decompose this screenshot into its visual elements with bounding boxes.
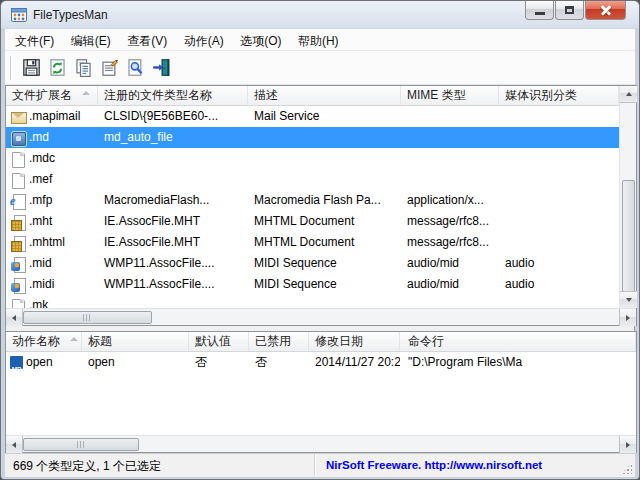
action-name: open — [26, 352, 53, 373]
arrow-right-icon — [626, 315, 630, 321]
arrow-down-icon — [626, 298, 632, 302]
horizontal-scrollbar[interactable] — [6, 308, 636, 325]
col-header-media[interactable]: 媒体识别分类 — [499, 86, 619, 105]
close-button[interactable] — [585, 1, 626, 20]
scroll-left-button[interactable] — [6, 436, 23, 453]
file-type: md_auto_file — [98, 127, 248, 148]
properties-icon — [100, 58, 119, 77]
wmp-page-icon — [10, 256, 26, 272]
resize-grip[interactable] — [621, 463, 632, 474]
menu-help[interactable]: 帮助(H) — [292, 29, 345, 51]
table-row[interactable]: .midi WMP11.AssocFile....MIDI Sequence a… — [6, 274, 619, 295]
action-command: "D:\Program Files\Ma — [400, 352, 636, 373]
nirsoft-link[interactable]: NirSoft Freeware. http://www.nirsoft.net — [326, 459, 542, 471]
vertical-scroll-thumb[interactable] — [622, 180, 635, 292]
table-row[interactable]: .mhtml IE.AssocFile.MHTMHTML Document me… — [6, 232, 619, 253]
col-header-default[interactable]: 默认值 — [189, 332, 249, 351]
scroll-down-button[interactable] — [620, 291, 637, 308]
file-mime — [401, 127, 499, 148]
close-icon — [600, 4, 612, 16]
scroll-right-button[interactable] — [619, 309, 636, 326]
blank-file-icon — [10, 172, 26, 188]
col-header-modified[interactable]: 修改日期 — [309, 332, 400, 351]
copy-button[interactable] — [71, 55, 95, 81]
menu-action[interactable]: 动作(A) — [178, 29, 230, 51]
file-ext: .mhtml — [29, 232, 65, 253]
table-row[interactable]: .mfp MacromediaFlash...Macromedia Flash … — [6, 190, 619, 211]
app-window: FileTypesMan 文件(F) 编辑(E) 查看(V) 动作(A) 选项(… — [0, 0, 640, 480]
file-ext: .md — [29, 127, 49, 148]
file-list-rows: .mapimail CLSID\{9E56BE60-... Mail Servi… — [6, 106, 619, 308]
col-header-typename[interactable]: 注册的文件类型名称 — [98, 86, 248, 105]
save-button[interactable] — [19, 55, 43, 81]
col-header-command[interactable]: 命令行 — [400, 332, 636, 351]
action-list: 动作名称 标题 默认值 已禁用 修改日期 命令行 open open 否 否 2… — [5, 331, 637, 453]
table-row[interactable]: .mht IE.AssocFile.MHTMHTML Document mess… — [6, 211, 619, 232]
maximize-button[interactable] — [555, 1, 584, 20]
exit-button[interactable] — [149, 55, 173, 81]
scroll-left-button[interactable] — [6, 309, 23, 326]
arrow-left-icon — [12, 442, 16, 448]
table-row[interactable]: .mid WMP11.AssocFile....MIDI Sequence au… — [6, 253, 619, 274]
sort-asc-icon — [82, 91, 90, 95]
table-row-selected[interactable]: .md md_auto_file — [6, 127, 619, 148]
horizontal-scroll-thumb[interactable] — [23, 438, 139, 451]
action-title: open — [82, 352, 189, 373]
file-ext: .mef — [29, 169, 52, 190]
horizontal-scrollbar[interactable] — [6, 435, 636, 452]
toolbar-gripper[interactable] — [10, 56, 13, 80]
blank-file-icon — [10, 151, 26, 167]
table-row[interactable]: open open 否 否 2014/11/27 20:2... "D:\Pro… — [6, 352, 636, 373]
file-desc: Mail Service — [248, 106, 401, 127]
menu-options[interactable]: 选项(O) — [234, 29, 287, 51]
window-title: FileTypesMan — [33, 8, 108, 22]
mht-page-icon — [10, 214, 26, 230]
table-row[interactable]: .mef — [6, 169, 619, 190]
status-count: 669 个类型定义, 1 个已选定 — [5, 454, 315, 477]
blank-file-icon — [10, 298, 26, 309]
scroll-up-button[interactable] — [620, 86, 637, 103]
md-file-icon — [10, 130, 26, 146]
table-row[interactable]: .mk — [6, 295, 619, 308]
action-default: 否 — [189, 352, 249, 373]
file-ext: .midi — [29, 274, 54, 295]
file-desc — [248, 127, 401, 148]
file-ext: .mfp — [29, 190, 52, 211]
arrow-right-icon — [626, 442, 630, 448]
vertical-scrollbar[interactable] — [619, 86, 636, 308]
title-bar: FileTypesMan — [1, 1, 639, 29]
col-header-extension[interactable]: 文件扩展名 — [6, 86, 98, 105]
maximize-icon — [565, 6, 574, 14]
col-header-title[interactable]: 标题 — [82, 332, 189, 351]
minimize-icon — [535, 12, 545, 15]
menu-file[interactable]: 文件(F) — [9, 29, 60, 51]
file-list-header: 文件扩展名 注册的文件类型名称 描述 MIME 类型 媒体识别分类 — [6, 86, 619, 106]
action-list-header: 动作名称 标题 默认值 已禁用 修改日期 命令行 — [6, 332, 636, 352]
col-header-disabled[interactable]: 已禁用 — [249, 332, 309, 351]
action-disabled: 否 — [249, 352, 309, 373]
toolbar — [5, 51, 635, 85]
col-header-mime[interactable]: MIME 类型 — [401, 86, 499, 105]
status-right-section: NirSoft Freeware. http://www.nirsoft.net — [315, 454, 635, 477]
ie-page-icon — [10, 193, 26, 209]
action-modified: 2014/11/27 20:2... — [309, 352, 400, 373]
refresh-button[interactable] — [45, 55, 69, 81]
file-ext: .mid — [29, 253, 52, 274]
file-ext: .mapimail — [29, 106, 80, 127]
col-header-description[interactable]: 描述 — [248, 86, 401, 105]
menu-edit[interactable]: 编辑(E) — [65, 29, 117, 51]
col-header-action-name[interactable]: 动作名称 — [6, 332, 82, 351]
minimize-button[interactable] — [525, 1, 554, 20]
mp-action-icon — [10, 356, 23, 369]
find-button[interactable] — [123, 55, 147, 81]
scroll-right-button[interactable] — [619, 436, 636, 453]
file-type: CLSID\{9E56BE60-... — [98, 106, 248, 127]
table-row[interactable]: .mapimail CLSID\{9E56BE60-... Mail Servi… — [6, 106, 619, 127]
find-icon — [126, 58, 145, 77]
menu-view[interactable]: 查看(V) — [121, 29, 173, 51]
floppy-disk-icon — [22, 58, 41, 77]
properties-button[interactable] — [97, 55, 121, 81]
table-row[interactable]: .mdc — [6, 148, 619, 169]
horizontal-scroll-thumb[interactable] — [23, 311, 152, 324]
wmp-page-icon — [10, 277, 26, 293]
